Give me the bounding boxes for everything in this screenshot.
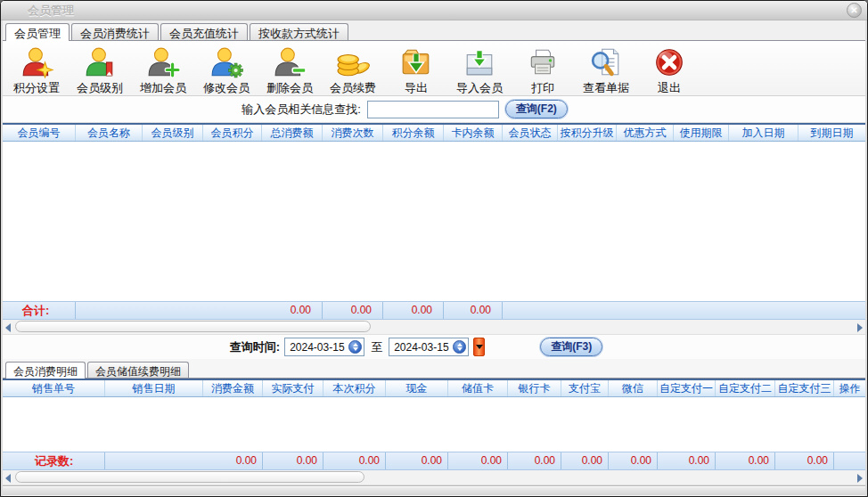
details-table-body — [3, 397, 865, 452]
add-member-button[interactable]: 增加会员 — [134, 44, 192, 96]
date-from-value: 2024-03-15 — [290, 341, 348, 354]
tab-payment-method-stats[interactable]: 按收款方式统计 — [250, 23, 348, 40]
member-renew-button[interactable]: 会员续费 — [323, 44, 382, 96]
dropdown-arrow-icon — [476, 345, 483, 353]
records-custom-pay-1: 0.00 — [658, 452, 716, 469]
printer-icon — [525, 45, 561, 80]
date-filter-label: 查询时间: — [230, 339, 280, 355]
main-tabstrip: 会员管理 会员消费统计 会员充值统计 按收款方式统计 — [3, 20, 865, 40]
header-discount-type[interactable]: 优惠方式 — [617, 125, 674, 141]
totals-points-balance: 0.00 — [383, 302, 444, 319]
scroll-right-arrow-icon[interactable] — [857, 323, 863, 332]
date-to-value: 2024-03-15 — [394, 341, 453, 354]
header-visit-count[interactable]: 消费次数 — [323, 125, 383, 141]
toolbar-label: 导入会员 — [456, 80, 503, 96]
members-totals-row: 合计: 0.00 0.00 0.00 0.00 — [3, 301, 865, 320]
window-title: 会员管理 — [28, 3, 847, 19]
scroll-left-arrow-icon[interactable] — [5, 474, 11, 483]
totals-total-spent: 0.00 — [262, 302, 323, 319]
view-receipt-button[interactable]: 查看单据 — [577, 44, 635, 96]
header-cash[interactable]: 现金 — [386, 380, 448, 396]
tab-member-manage[interactable]: 会员管理 — [5, 23, 70, 40]
date-from-picker[interactable]: 2024-03-15 — [284, 338, 364, 356]
header-points-upgrade[interactable]: 按积分升级 — [558, 125, 617, 141]
header-wechat[interactable]: 微信 — [609, 380, 658, 396]
date-filter-row: 查询时间: 2024-03-15 至 2024-03-15 查询(F3) — [3, 335, 865, 359]
close-button[interactable]: ✕ — [847, 3, 862, 18]
tab-consume-detail[interactable]: 会员消费明细 — [5, 362, 86, 378]
points-settings-button[interactable]: 积分设置 — [7, 44, 66, 96]
person-plus-icon — [145, 45, 181, 80]
header-member-status[interactable]: 会员状态 — [503, 125, 558, 141]
records-count-row: 记录数: 0.00 0.00 0.00 0.00 0.00 0.00 0.00 … — [3, 452, 865, 470]
scroll-left-arrow-icon[interactable] — [5, 323, 11, 332]
header-member-id[interactable]: 会员编号 — [3, 125, 76, 141]
query-f3-button[interactable]: 查询(F3) — [540, 338, 602, 356]
import-member-button[interactable]: 导入会员 — [450, 44, 509, 96]
search-input[interactable] — [367, 101, 499, 118]
exit-button[interactable]: 退出 — [640, 44, 699, 96]
header-expiry-date[interactable]: 到期日期 — [798, 125, 865, 141]
header-alipay[interactable]: 支付宝 — [561, 380, 609, 396]
query-f2-button[interactable]: 查询(F2) — [505, 100, 568, 118]
date-spinner-icon[interactable] — [348, 340, 362, 354]
header-sale-date[interactable]: 销售日期 — [105, 380, 203, 396]
tab-consume-stats[interactable]: 会员消费统计 — [71, 23, 159, 40]
scrollbar-thumb[interactable] — [15, 471, 364, 483]
close-icon: ✕ — [850, 5, 857, 15]
person-gear-icon — [209, 45, 244, 80]
header-custom-pay-3[interactable]: 自定支付三 — [775, 380, 834, 396]
member-level-button[interactable]: 会员级别 — [70, 44, 129, 96]
header-member-level[interactable]: 会员级别 — [143, 125, 203, 141]
header-custom-pay-2[interactable]: 自定支付二 — [716, 380, 775, 396]
details-table-header: 销售单号 销售日期 消费金额 实际支付 本次积分 现金 储值卡 银行卡 支付宝 … — [3, 379, 865, 397]
toolbar-label: 增加会员 — [140, 80, 186, 96]
records-actual-paid: 0.00 — [263, 452, 323, 469]
header-card-balance[interactable]: 卡内余额 — [444, 125, 503, 141]
records-alipay: 0.00 — [561, 452, 609, 469]
scroll-right-arrow-icon[interactable] — [857, 474, 863, 483]
delete-member-button[interactable]: 删除会员 — [260, 44, 319, 96]
header-consume-amount[interactable]: 消费金额 — [203, 380, 263, 396]
window-bottom-edge — [3, 485, 865, 495]
toolbar-label: 会员续费 — [330, 80, 376, 96]
members-horizontal-scrollbar — [3, 320, 865, 335]
totals-visit-count: 0.00 — [323, 302, 383, 319]
coins-icon — [335, 45, 371, 80]
edit-member-button[interactable]: 修改会员 — [197, 44, 256, 96]
header-actual-paid[interactable]: 实际支付 — [263, 380, 323, 396]
toolbar-label: 会员级别 — [77, 80, 123, 96]
toolbar: 积分设置 会员级别 增加会员 — [3, 41, 865, 96]
header-sale-no[interactable]: 销售单号 — [3, 380, 105, 396]
header-stored-card[interactable]: 储值卡 — [448, 380, 508, 396]
window-frame: 会员管理 会员消费统计 会员充值统计 按收款方式统计 积分设置 会员级别 — [1, 20, 867, 497]
import-box-icon — [462, 45, 497, 80]
print-button[interactable]: 打印 — [513, 44, 572, 96]
header-points-earned[interactable]: 本次积分 — [323, 380, 386, 396]
header-operation[interactable]: 操作 — [834, 380, 865, 396]
toolbar-label: 修改会员 — [203, 80, 250, 96]
header-member-name[interactable]: 会员名称 — [76, 125, 143, 141]
tab-stored-renew-detail[interactable]: 会员储值续费明细 — [87, 362, 189, 378]
totals-label: 合计: — [3, 302, 76, 319]
header-points-balance[interactable]: 积分余额 — [383, 125, 444, 141]
toolbar-label: 查看单据 — [583, 80, 629, 96]
header-custom-pay-1[interactable]: 自定支付一 — [658, 380, 716, 396]
header-validity[interactable]: 使用期限 — [674, 125, 729, 141]
member-search-row: 输入会员相关信息查找: 查询(F2) — [3, 96, 865, 123]
toolbar-label: 导出 — [405, 80, 428, 96]
date-spinner-icon[interactable] — [453, 340, 466, 354]
records-custom-pay-3: 0.00 — [775, 452, 834, 469]
records-cash: 0.00 — [386, 452, 448, 469]
export-button[interactable]: 导出 — [387, 44, 446, 96]
header-member-points[interactable]: 会员积分 — [203, 125, 262, 141]
tab-recharge-stats[interactable]: 会员充值统计 — [160, 23, 248, 40]
scrollbar-thumb[interactable] — [15, 321, 371, 332]
date-dropdown-button[interactable] — [473, 338, 485, 356]
header-bank-card[interactable]: 银行卡 — [508, 380, 561, 396]
date-to-picker[interactable]: 2024-03-15 — [389, 338, 469, 356]
header-join-date[interactable]: 加入日期 — [729, 125, 798, 141]
header-total-spent[interactable]: 总消费额 — [262, 125, 323, 141]
records-stored-card: 0.00 — [448, 452, 508, 469]
members-table-body — [3, 142, 865, 301]
